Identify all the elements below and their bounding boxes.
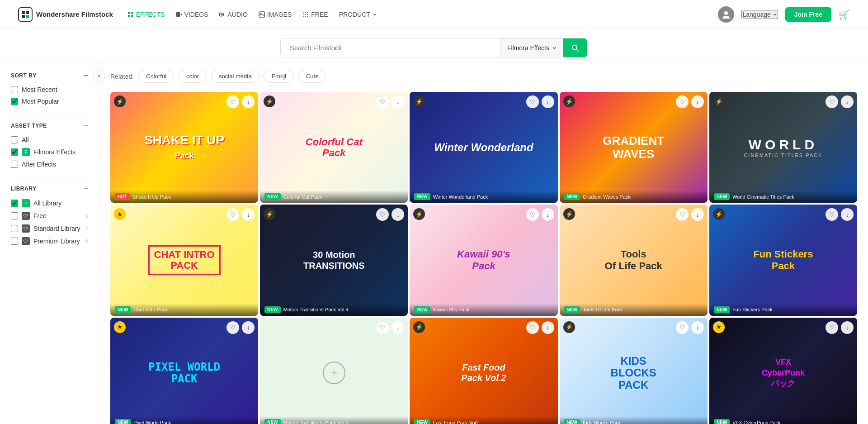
grid-item-vfx-cyberpunk[interactable]: VFXCyberPunkパック ★ ♡ ↓ NEW VFX CyberPunk … [709, 318, 857, 424]
favorite-button[interactable]: ♡ [526, 208, 539, 221]
lib-premium[interactable]: 🛡 Premium Library ℹ [11, 237, 88, 245]
lib-standard[interactable]: 🛡 Standard Library ℹ [11, 224, 88, 233]
asset-all-checkbox[interactable] [11, 136, 18, 143]
sidebar-collapse-button[interactable]: « [93, 70, 105, 82]
download-button[interactable]: ↓ [242, 208, 255, 221]
search-button[interactable] [563, 38, 587, 57]
nav-effects[interactable]: EFFECTS [127, 11, 165, 18]
nav-product[interactable]: PRODUCT [339, 11, 377, 18]
cart-icon[interactable]: 🛒 [839, 9, 850, 20]
download-button[interactable]: ↓ [242, 321, 255, 334]
sort-by-toggle[interactable]: − [83, 71, 88, 80]
search-input[interactable] [281, 38, 500, 57]
download-button[interactable]: ↓ [542, 208, 554, 221]
sort-by-section: SORT BY − Most Recent Most Popular [11, 71, 88, 105]
card-action-icons: ♡ ↓ [676, 208, 704, 221]
favorite-button[interactable]: ♡ [376, 208, 389, 221]
grid-item-motion-transitions-4[interactable]: 30 MotionTRANSITIONS ⚡ ♡ ↓ NEW Motion Tr… [260, 205, 408, 315]
svg-point-18 [307, 12, 308, 13]
library-toggle[interactable]: − [83, 185, 88, 193]
download-button[interactable]: ↓ [392, 321, 404, 334]
download-button[interactable]: ↓ [691, 321, 704, 334]
tag-color[interactable]: color [179, 70, 207, 83]
card-title-text: Colorful CatPack [306, 137, 363, 158]
grid-item-fun-stickers[interactable]: Fun StickersPack ⚡ ♡ ↓ NEW Fun Stickers … [709, 205, 857, 315]
grid-item-tools-of-life[interactable]: ToolsOf Life Pack ⚡ ♡ ↓ NEW Tools Of Lif… [560, 205, 708, 315]
lib-standard-checkbox[interactable] [11, 225, 18, 232]
asset-after-effects-checkbox[interactable] [11, 161, 18, 168]
favorite-button[interactable]: ♡ [676, 321, 689, 334]
favorite-button[interactable]: ♡ [826, 321, 838, 334]
star-icon: ★ [114, 208, 126, 220]
download-button[interactable]: ↓ [542, 321, 554, 334]
grid-item-winter-wonderland[interactable]: Winter Wonderland ⚡ ♡ ↓ NEW Winter Wonde… [410, 92, 557, 203]
audio-icon [219, 11, 225, 18]
lib-free-checkbox[interactable] [11, 212, 18, 219]
nav-free[interactable]: FREE [302, 11, 328, 18]
tag-social-media[interactable]: social media [211, 70, 259, 83]
sort-most-popular[interactable]: Most Popular [11, 98, 88, 105]
item-title: Kids Blocks Pack [583, 420, 621, 424]
favorite-button[interactable]: ♡ [526, 321, 539, 334]
grid-item-world-cinematic[interactable]: WORLD CINEMATIC TITLES PACK ⚡ ♡ ↓ NEW Wo… [709, 92, 857, 203]
card-overlay-bar: NEW Tools Of Life Pack [560, 304, 708, 316]
logo[interactable]: Wondershare Filmstock [18, 7, 113, 22]
download-button[interactable]: ↓ [242, 95, 255, 108]
tag-emoji[interactable]: Emoji [264, 70, 294, 83]
card-title-text: GRADIENTWAVES [603, 134, 664, 160]
favorite-button[interactable]: ♡ [676, 208, 689, 221]
favorite-button[interactable]: ♡ [826, 208, 838, 221]
favorite-button[interactable]: ♡ [526, 95, 539, 108]
favorite-button[interactable]: ♡ [676, 95, 689, 108]
favorite-button[interactable]: ♡ [826, 95, 838, 108]
asset-all[interactable]: All [11, 136, 88, 143]
nav-videos[interactable]: VIDEOS [176, 11, 208, 18]
favorite-button[interactable]: ♡ [226, 95, 239, 108]
download-button[interactable]: ↓ [691, 208, 704, 221]
lib-all[interactable]: ✓ All Library [11, 199, 88, 207]
nav-audio[interactable]: AUDIO [219, 11, 247, 18]
favorite-button[interactable]: ♡ [226, 321, 239, 334]
asset-after-effects[interactable]: After Effects [11, 161, 88, 168]
tag-cute[interactable]: Cute [298, 70, 326, 83]
grid-item-kids-blocks[interactable]: KIDSBLOCKSPACK ⚡ ♡ ↓ NEW Kids Blocks Pac… [560, 318, 708, 424]
avatar[interactable] [718, 6, 734, 23]
search-dropdown[interactable]: Filmora Effects [500, 38, 563, 57]
download-button[interactable]: ↓ [841, 208, 854, 221]
grid-item-shake-it-up[interactable]: SHAKE IT UPPack ⚡ ♡ ↓ HOT Shake It Up Pa… [110, 92, 258, 203]
download-button[interactable]: ↓ [392, 208, 404, 221]
grid-item-chat-intro[interactable]: CHAT INTROPACK ★ ♡ ↓ NEW Chat Intro Pack [110, 205, 258, 315]
download-button[interactable]: ↓ [392, 95, 404, 108]
asset-type-toggle[interactable]: − [83, 122, 88, 130]
grid-item-gradient-waves[interactable]: GRADIENTWAVES ⚡ ♡ ↓ NEW Gradient Waves P… [560, 92, 708, 203]
lib-free[interactable]: 🛡 Free ℹ [11, 212, 88, 220]
join-free-button[interactable]: Join Free [785, 7, 831, 22]
card-overlay: GRADIENTWAVES [560, 92, 708, 203]
sort-most-popular-checkbox[interactable] [11, 98, 18, 105]
grid-item-fast-food[interactable]: Fast FoodPack Vol.2 ⚡ ♡ ↓ NEW Fast Food … [410, 318, 557, 424]
download-button[interactable]: ↓ [841, 95, 854, 108]
tag-colorful[interactable]: Colorful [138, 70, 174, 83]
lightning-icon: ⚡ [563, 95, 575, 107]
language-button[interactable]: Language [741, 10, 778, 19]
sort-most-recent[interactable]: Most Recent [11, 86, 88, 93]
grid-item-motion-transitions-3[interactable]: + ♡ ↓ NEW Motion Transitions Pack Vol 3 [260, 318, 408, 424]
lib-all-checkbox[interactable] [11, 200, 18, 207]
new-badge: NEW [264, 419, 280, 424]
images-icon [259, 11, 265, 18]
download-button[interactable]: ↓ [542, 95, 554, 108]
grid-item-colorful-cat[interactable]: Colorful CatPack ⚡ ♡ ↓ NEW Colorful Cat … [260, 92, 408, 203]
favorite-button[interactable]: ♡ [226, 208, 239, 221]
grid-item-pixel-world[interactable]: PIXEL WORLDPACK ★ ♡ ↓ NEW Pixel World Pa… [110, 318, 258, 424]
favorite-button[interactable]: ♡ [376, 95, 389, 108]
download-button[interactable]: ↓ [841, 321, 854, 334]
download-button[interactable]: ↓ [691, 95, 704, 108]
lib-premium-checkbox[interactable] [11, 238, 18, 245]
asset-filmora[interactable]: F Filmora Effects [11, 148, 88, 156]
favorite-button[interactable]: ♡ [376, 321, 389, 334]
grid-item-kawaii-90s[interactable]: Kawaii 90'sPack ⚡ ♡ ↓ NEW Kawaii 90s Pac… [410, 205, 557, 315]
nav-images[interactable]: IMAGES [259, 11, 292, 18]
sort-most-recent-label: Most Recent [22, 86, 57, 93]
asset-filmora-checkbox[interactable] [11, 148, 18, 156]
sort-most-recent-checkbox[interactable] [11, 86, 18, 93]
